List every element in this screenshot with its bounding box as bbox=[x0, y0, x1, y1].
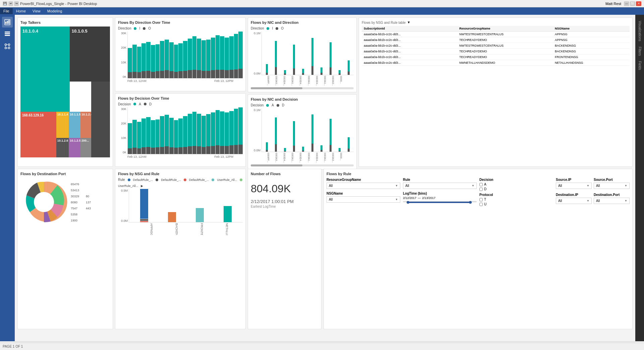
nic-bar-g bbox=[272, 32, 280, 75]
menu-view[interactable]: View bbox=[29, 8, 44, 14]
window-controls: — ⬜ ✕ bbox=[624, 1, 641, 6]
cell-rg: NWTESTRGWESTCENTRALUS bbox=[457, 32, 553, 37]
dest-port-dropdown[interactable]: All ▼ bbox=[594, 198, 630, 204]
rule-dropdown[interactable]: All ▼ bbox=[403, 183, 477, 189]
redo-icon[interactable]: ↪ bbox=[14, 1, 19, 6]
user-name: Matt Rest bbox=[605, 2, 621, 6]
undo-icon[interactable]: ↩ bbox=[8, 1, 13, 6]
treemap-cell-3[interactable]: 168.63.129.16 bbox=[20, 112, 56, 158]
bar-group bbox=[169, 107, 174, 154]
nic-bar-g bbox=[299, 32, 307, 75]
logtime-range: 2/12/2017 — 2/13/2017 bbox=[403, 196, 477, 200]
treemap-cell-7[interactable]: 10.1.2.6 bbox=[56, 138, 69, 158]
col-subscriptionid[interactable]: SubscriptionId bbox=[362, 26, 457, 32]
maximize-button[interactable]: ⬜ bbox=[630, 1, 635, 6]
treemap-cell-2[interactable]: 10.1.0.5 bbox=[70, 27, 110, 82]
source-ip-dropdown[interactable]: All ▼ bbox=[556, 183, 592, 189]
nic-x-axis: 0004FF... 0003A3... 0003D4... 0003A1... … bbox=[251, 76, 354, 86]
decision-d-checkbox[interactable] bbox=[479, 188, 483, 191]
top-talkers-title: Top Talkers bbox=[20, 20, 110, 24]
main-container: Top Talkers 10.1.0.4 10.1.0.5 168.63.129… bbox=[0, 15, 644, 341]
bar-group bbox=[128, 32, 132, 78]
relationship-view-icon[interactable] bbox=[2, 41, 13, 52]
svg-point-10 bbox=[8, 47, 10, 49]
visualizations-tab[interactable]: Visualizations bbox=[637, 18, 642, 44]
source-port-dropdown[interactable]: All ▼ bbox=[594, 183, 630, 189]
bar-group bbox=[211, 32, 215, 78]
menu-modeling[interactable]: Modeling bbox=[44, 8, 66, 14]
nsg-rule-y-axis: 0.5M0.0M bbox=[118, 189, 129, 222]
source-ip-label: Source.IP bbox=[556, 178, 592, 182]
direction-i-label: I bbox=[139, 27, 140, 30]
nsg-rule-bars bbox=[129, 189, 243, 222]
filters-tab[interactable]: Filters bbox=[637, 44, 642, 58]
treemap-cell-4[interactable]: 10.1.1.4 bbox=[56, 112, 69, 138]
decision-d-item: D bbox=[479, 187, 553, 191]
cell-sub: aaaa0a0a-bb1b-cc2c-dd3... bbox=[362, 37, 457, 43]
bar-group bbox=[201, 107, 206, 154]
rg-dropdown[interactable]: All ▼ bbox=[327, 183, 400, 189]
pie-chart bbox=[20, 179, 67, 226]
col-resourcegroupname[interactable]: ResourceGroupName bbox=[457, 26, 553, 32]
ip-port-grid: Source.IP All ▼ Source.Port All bbox=[556, 178, 630, 204]
nic-direction-chart: 0.1M0.0M bbox=[251, 32, 354, 75]
report-view-icon[interactable] bbox=[2, 17, 13, 28]
dest-ip-dropdown[interactable]: All ▼ bbox=[556, 198, 592, 204]
bar-group bbox=[137, 32, 141, 78]
pie-label-65476: 65476 bbox=[71, 181, 79, 187]
close-button[interactable]: ✕ bbox=[636, 1, 641, 6]
rule-value: All bbox=[405, 184, 409, 188]
nic-scrollbar[interactable] bbox=[251, 87, 354, 89]
nic-dec-d: D bbox=[282, 103, 284, 107]
flows-nic-direction-panel: Flows by NIC and Direction Direction I O… bbox=[248, 17, 357, 92]
nic-x-labels: 0004FF... 0003A3... 0003D4... 0003A1... … bbox=[251, 75, 354, 86]
nsg-x-axis: APPNSG BACKENDNSG FRONTENDNSG NETALLHAND… bbox=[118, 222, 243, 236]
nic-dec-scrollbar[interactable] bbox=[251, 164, 354, 166]
bar-group bbox=[132, 32, 137, 78]
source-port-value: All bbox=[596, 184, 600, 188]
decision-a-checkbox[interactable] bbox=[479, 183, 483, 186]
nic-y-axis: 0.1M0.0M bbox=[251, 32, 261, 75]
nsg-bar-netallhand bbox=[216, 189, 239, 222]
bar-group bbox=[197, 32, 201, 78]
minimize-button[interactable]: — bbox=[624, 1, 629, 6]
svg-rect-4 bbox=[5, 32, 10, 33]
protocol-checkboxes: T U bbox=[479, 198, 553, 206]
protocol-u-checkbox[interactable] bbox=[479, 203, 483, 206]
nsg-dropdown[interactable]: All ▼ bbox=[327, 196, 400, 203]
nic-bar-g bbox=[317, 32, 326, 75]
menu-file[interactable]: File bbox=[0, 8, 13, 14]
pie-label-8080: 8080 bbox=[71, 199, 79, 205]
treemap-cell-5[interactable]: 10.1.1.5 bbox=[69, 112, 80, 138]
number-flows-subtitle: 2/12/2017 1:00:01 PM bbox=[251, 199, 318, 204]
treemap-cell-6[interactable]: 10.1.2.4 bbox=[80, 112, 91, 138]
fields-tab[interactable]: Fields bbox=[637, 58, 642, 73]
logtime-slider[interactable] bbox=[403, 201, 477, 204]
save-icon[interactable]: 💾 bbox=[3, 1, 7, 6]
treemap-cell-9[interactable]: 200... bbox=[80, 138, 91, 158]
decision-a-text: A bbox=[484, 183, 486, 186]
flows-nic-decision-panel: Flows by NIC and Decision Decision A D 0… bbox=[248, 94, 357, 169]
bar-group bbox=[183, 32, 187, 78]
bar-group bbox=[141, 32, 146, 78]
menu-home[interactable]: Home bbox=[13, 8, 29, 14]
sort-icon[interactable]: ▼ bbox=[407, 20, 411, 24]
bar-group bbox=[169, 32, 174, 78]
protocol-t-checkbox[interactable] bbox=[479, 198, 483, 201]
data-view-icon[interactable] bbox=[2, 29, 13, 40]
pie-label-5358: 5358 bbox=[71, 211, 79, 217]
dest-ip-arrow: ▼ bbox=[587, 199, 589, 202]
bar-group bbox=[141, 107, 146, 154]
col-nsgname[interactable]: NSGName bbox=[553, 26, 630, 32]
svg-point-8 bbox=[8, 44, 10, 46]
nic-bar-g bbox=[336, 32, 344, 75]
direction-bars bbox=[127, 32, 243, 79]
bar-group bbox=[183, 107, 187, 154]
titlebar: 💾 ↩ ↪ PowerBI_FlowLogs_Single - Power BI… bbox=[0, 0, 644, 7]
rule-legend-more[interactable]: ▶ bbox=[141, 184, 143, 188]
rule-dot-4 bbox=[212, 179, 214, 181]
nsg-bar-frontendnsg bbox=[188, 189, 212, 222]
pie-label-443: 443 bbox=[86, 205, 91, 211]
treemap-cell-8[interactable]: 10.1.2.5 bbox=[69, 138, 80, 158]
treemap-cell-1[interactable]: 10.1.0.4 bbox=[20, 27, 70, 112]
